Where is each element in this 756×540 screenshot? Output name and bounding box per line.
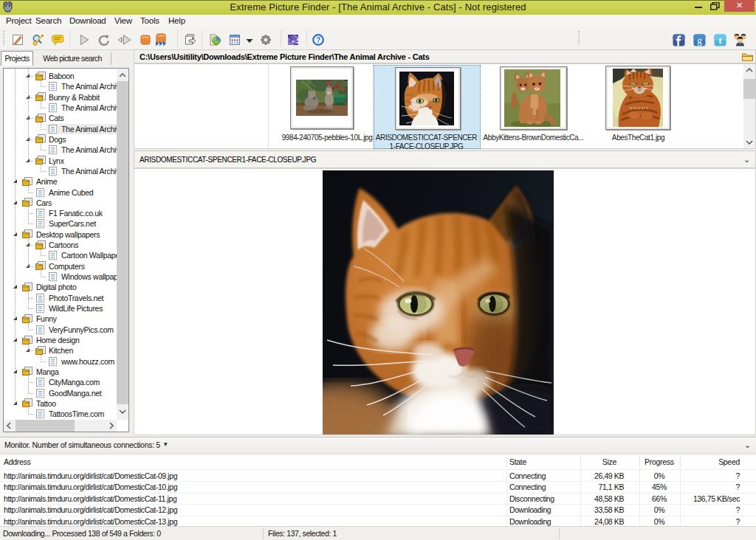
svg-text:g: g bbox=[697, 35, 702, 46]
svg-text:m n o p q r s: m n o p q r s bbox=[629, 106, 648, 110]
svg-text:t: t bbox=[719, 35, 722, 46]
svg-text:?: ? bbox=[316, 36, 320, 44]
